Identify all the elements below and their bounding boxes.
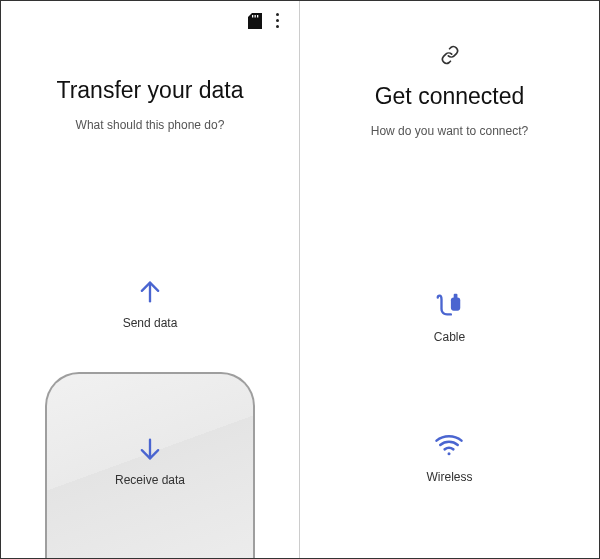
page-title: Transfer your data [56, 77, 243, 104]
svg-point-7 [448, 452, 451, 455]
cable-option[interactable]: Cable [434, 290, 465, 344]
wireless-label: Wireless [426, 470, 472, 484]
send-data-label: Send data [123, 316, 178, 330]
sd-card-icon[interactable] [248, 13, 262, 29]
more-icon[interactable] [274, 11, 281, 30]
wireless-option[interactable]: Wireless [426, 430, 472, 484]
link-icon [440, 45, 460, 69]
transfer-data-screen: Transfer your data What should this phon… [1, 1, 300, 558]
send-data-option[interactable]: Send data [123, 278, 178, 330]
svg-rect-6 [454, 294, 458, 299]
svg-rect-0 [252, 15, 253, 18]
arrow-up-icon [136, 278, 164, 306]
cable-icon [434, 290, 464, 320]
svg-rect-5 [451, 298, 460, 311]
receive-data-option[interactable]: Receive data [45, 372, 255, 558]
svg-rect-2 [257, 15, 258, 18]
page-subtitle: How do you want to connect? [371, 124, 528, 138]
wifi-icon [434, 430, 464, 460]
topbar [248, 11, 281, 30]
receive-data-label: Receive data [115, 473, 185, 487]
connection-options: Cable Wireless [300, 290, 599, 558]
transfer-options: Send data Receive data [1, 278, 299, 558]
page-title: Get connected [375, 83, 525, 110]
arrow-down-icon [136, 435, 164, 463]
get-connected-screen: Get connected How do you want to connect… [300, 1, 599, 558]
cable-label: Cable [434, 330, 465, 344]
svg-rect-1 [255, 15, 256, 18]
page-subtitle: What should this phone do? [76, 118, 225, 132]
